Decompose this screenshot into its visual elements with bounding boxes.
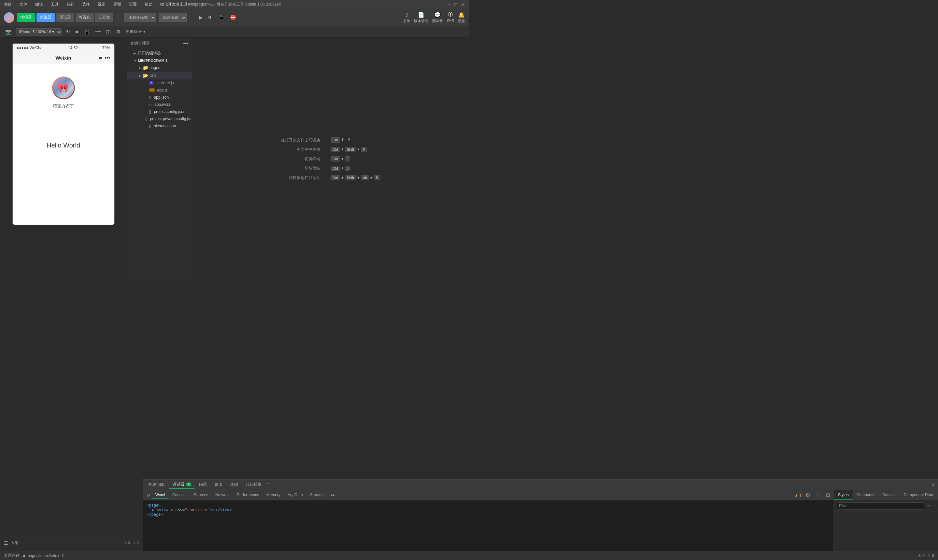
menu-item-help[interactable]: 帮助 bbox=[143, 1, 154, 8]
phone-content: 🎀 巧克力布丁 Hello World bbox=[13, 63, 114, 225]
chevron-right-icon-pages: ▶ bbox=[139, 66, 141, 70]
phone-frame: ●●●●● WeChat 14:52 79% Weixin ••• ● 🎀 巧克… bbox=[12, 43, 115, 225]
phone-time: 14:52 bbox=[68, 46, 78, 50]
visualize-button[interactable]: 可视化 bbox=[75, 13, 94, 22]
upload-button[interactable]: ⇧ 上传 bbox=[403, 12, 410, 23]
eslintrc-file[interactable]: E .eslintrc.js bbox=[127, 80, 192, 87]
phone-status-bar: ●●●●● WeChat 14:52 79% bbox=[13, 44, 114, 52]
editor-button[interactable]: 编辑器 bbox=[37, 13, 55, 22]
message-label: 消息 bbox=[458, 18, 465, 23]
appjs-file[interactable]: JS app.js bbox=[127, 87, 192, 94]
folder-icon-utils: 📂 bbox=[143, 73, 148, 78]
eslintrc-label: .eslintrc.js bbox=[156, 81, 174, 85]
pages-folder[interactable]: ▶ 📁 pages bbox=[127, 64, 192, 72]
compile-button[interactable]: ▶ bbox=[197, 14, 204, 21]
debugger-button[interactable]: 调试器 bbox=[56, 13, 74, 22]
key-j-4: J bbox=[345, 166, 351, 171]
appjson-label: app.json bbox=[154, 95, 169, 100]
key-f-2: F bbox=[361, 147, 367, 152]
project-root-item[interactable]: ▼ MINIPROGRAM-1 bbox=[127, 57, 192, 64]
menu-item-project[interactable]: 项目 bbox=[3, 1, 13, 8]
shortcut-key-5: Ctrl + Shift + Alt + B bbox=[331, 175, 380, 181]
menu-item-wechat[interactable]: 微信开发者工具 bbox=[159, 1, 189, 8]
upload-icon: ⇧ bbox=[405, 12, 409, 18]
cloud-button[interactable]: 云开发 bbox=[95, 13, 113, 22]
shortcut-table: 在打开的文件之间切换 Ctrl 1 ~ 9 在文件中查找 Ctrl + Shif… bbox=[281, 137, 380, 181]
maximize-button[interactable]: □ bbox=[455, 2, 457, 7]
preview-button[interactable]: 👁 bbox=[206, 14, 214, 21]
phone-nav-title: Weixin bbox=[55, 55, 71, 60]
key-shift-2: Shift bbox=[345, 147, 356, 152]
file-panel-title: 资源管理器 bbox=[130, 41, 150, 46]
menu-item-interface[interactable]: 界面 bbox=[112, 1, 122, 8]
upload-label: 上传 bbox=[403, 18, 410, 23]
file-panel: 资源管理器 ••• ▶ 打开的编辑器 ▼ MINIPROGRAM-1 ▶ 📁 p… bbox=[127, 38, 192, 280]
json-icon-projectprivate: {} bbox=[145, 117, 148, 121]
device-select[interactable]: iPhone 5 100% 16 ▾ bbox=[15, 28, 62, 35]
menu-item-tools[interactable]: 工具 bbox=[49, 1, 60, 8]
file-panel-menu[interactable]: ••• bbox=[183, 40, 189, 46]
file-tree: ▶ 打开的编辑器 ▼ MINIPROGRAM-1 ▶ 📁 pages ▶ 📂 u… bbox=[127, 49, 192, 280]
real-debug-button[interactable]: 📱 bbox=[217, 14, 226, 21]
shortcut-key-1: Ctrl 1 ~ 9 bbox=[331, 137, 380, 143]
projectconfig-file[interactable]: {} project.config.json bbox=[127, 108, 192, 115]
chevron-right-icon-utils: ▶ bbox=[139, 74, 141, 77]
appjs-label: app.js bbox=[157, 88, 168, 92]
toolbar-separator-1 bbox=[119, 13, 119, 22]
compile-select[interactable]: 普通编译 bbox=[159, 13, 186, 22]
phone-menu-dots[interactable]: ••• bbox=[105, 55, 110, 61]
shortcut-key-4: Ctrl + J bbox=[331, 166, 380, 171]
stop-button[interactable]: ■ bbox=[74, 28, 80, 35]
shortcut-label-2: 在文件中查找 bbox=[281, 147, 320, 152]
sitemap-file[interactable]: {} sitemap.json bbox=[127, 122, 192, 129]
menu-item-view[interactable]: 视图 bbox=[96, 1, 107, 8]
message-button[interactable]: 🔔 消息 bbox=[458, 12, 465, 23]
json-icon-appjson: {} bbox=[149, 96, 151, 99]
key-ctrl-2: Ctrl bbox=[331, 147, 340, 152]
close-button[interactable]: ✕ bbox=[461, 2, 465, 7]
file-panel-header: 资源管理器 ••• bbox=[127, 38, 192, 49]
test-label: 测试号 bbox=[432, 18, 443, 23]
projectprivate-file[interactable]: {} project.private.config.js... bbox=[127, 115, 192, 122]
wxss-icon: ⟨⟩ bbox=[149, 103, 152, 106]
hello-world-text: Hello World bbox=[46, 142, 80, 149]
tools-icon[interactable]: ⚙ bbox=[115, 28, 122, 35]
simulator-button[interactable]: 模拟器 bbox=[17, 13, 35, 22]
appjson-file[interactable]: {} app.json bbox=[127, 94, 192, 101]
detail-icon: 🛈 bbox=[448, 12, 453, 18]
shortcut-label-5: 切换侧边栏可见性 bbox=[281, 175, 320, 181]
phone-icon[interactable]: 📱 bbox=[82, 28, 91, 35]
key-ctrl-3: Ctrl bbox=[331, 156, 340, 162]
tablet-icon[interactable]: 〰 bbox=[94, 28, 102, 35]
version-label: 版本管理 bbox=[414, 18, 428, 23]
appwxss-file[interactable]: ⟨⟩ app.wxss bbox=[127, 101, 192, 108]
version-button[interactable]: 📄 版本管理 bbox=[414, 12, 428, 23]
menu-item-settings[interactable]: 设置 bbox=[128, 1, 138, 8]
shortcut-label-1: 在打开的文件之间切换 bbox=[281, 137, 320, 143]
mode-select[interactable]: 小程序模式 bbox=[124, 13, 156, 22]
menu-item-goto[interactable]: 转到 bbox=[65, 1, 75, 8]
detail-label: 详情 bbox=[447, 18, 454, 23]
opened-editors-item[interactable]: ▶ 打开的编辑器 bbox=[127, 49, 192, 57]
utils-folder[interactable]: ▶ 📂 utils bbox=[127, 72, 192, 80]
phone-battery: 79% bbox=[102, 46, 110, 50]
shortcut-key-3: Ctrl + ` bbox=[331, 156, 380, 162]
layout-icon[interactable]: ◫ bbox=[105, 28, 112, 35]
menu-item-edit[interactable]: 编辑 bbox=[34, 1, 44, 8]
appwxss-label: app.wxss bbox=[154, 102, 171, 107]
menu-item-file[interactable]: 文件 bbox=[18, 1, 29, 8]
projectprivate-label: project.private.config.js... bbox=[150, 117, 192, 121]
window-controls: ─ □ ✕ bbox=[448, 2, 469, 7]
shortcut-label-3: 切换终端 bbox=[281, 156, 320, 162]
detail-button[interactable]: 🛈 详情 bbox=[447, 12, 454, 23]
phone-record-button[interactable]: ● bbox=[99, 54, 102, 61]
key-b-5: B bbox=[374, 175, 380, 180]
test-icon: 💬 bbox=[434, 12, 441, 18]
device-settings-icon[interactable]: 📷 bbox=[4, 28, 13, 35]
clear-cache-button[interactable]: ⛔ bbox=[229, 14, 238, 21]
minimize-button[interactable]: ─ bbox=[448, 2, 451, 7]
refresh-button[interactable]: ↻ bbox=[65, 28, 71, 35]
menu-item-select[interactable]: 选择 bbox=[81, 1, 91, 8]
test-button[interactable]: 💬 测试号 bbox=[432, 12, 443, 23]
main-content: ●●●●● WeChat 14:52 79% Weixin ••• ● 🎀 巧克… bbox=[0, 38, 469, 280]
